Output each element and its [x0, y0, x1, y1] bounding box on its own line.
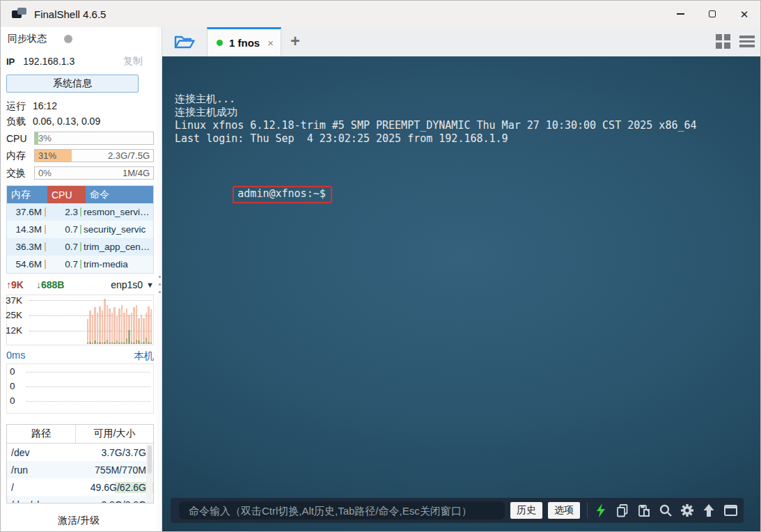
process-table: 内存 CPU 命令 37.6M2.3resmon_servi…14.3M0.7s… — [6, 185, 154, 274]
process-col-command[interactable]: 命令 — [86, 186, 153, 203]
memory-percent: 31% — [38, 150, 56, 161]
gear-icon — [680, 503, 694, 517]
ping-target[interactable]: 本机 — [134, 350, 154, 363]
sync-status-label: 同步状态 — [8, 33, 47, 45]
settings-button[interactable] — [680, 503, 695, 518]
process-col-cpu[interactable]: CPU — [47, 186, 86, 203]
network-bar — [99, 306, 101, 344]
cpu-percent: 3% — [38, 133, 52, 143]
network-bar — [109, 308, 111, 344]
disk-row[interactable]: /dev3.7G/3.7G — [7, 444, 153, 461]
process-row[interactable]: 37.6M2.3resmon_servi… — [7, 203, 153, 221]
tab-fnos[interactable]: 1 fnos × — [207, 27, 281, 56]
finalshell-logo-icon — [12, 8, 27, 20]
network-bar — [136, 305, 138, 344]
close-button[interactable]: ✕ — [728, 1, 760, 27]
uptime-value: 16:12 — [33, 100, 57, 111]
load-value: 0.06, 0.13, 0.09 — [33, 116, 100, 127]
network-bar — [138, 318, 140, 344]
network-bar — [116, 316, 118, 344]
network-bar — [150, 309, 152, 344]
maximize-button[interactable] — [696, 1, 728, 27]
upload-button[interactable] — [701, 503, 716, 518]
network-bar — [123, 313, 125, 344]
activate-upgrade-link[interactable]: 激活/升级 — [1, 515, 157, 527]
terminal[interactable]: 连接主机...连接主机成功Linux xfnos 6.12.18-trim #5… — [162, 56, 761, 532]
net-ytick-37k: 37K — [6, 295, 28, 306]
network-bar — [113, 307, 116, 344]
network-bar — [146, 313, 148, 344]
ip-value: 192.168.1.3 — [23, 56, 74, 67]
interface-select[interactable]: enp1s0 ▼ — [111, 279, 154, 290]
disk-row[interactable]: /49.6G/62.6G — [7, 478, 153, 496]
window-icon — [723, 504, 738, 517]
search-icon — [659, 503, 673, 517]
terminal-line: Linux xfnos 6.12.18-trim #5 SMP PREEMPT_… — [175, 119, 697, 132]
net-ytick-25k: 25K — [6, 310, 28, 320]
upload-rate: ↑9K — [6, 279, 24, 290]
network-bar — [92, 315, 94, 344]
network-bar — [102, 311, 104, 344]
ping-latency: 0ms — [6, 350, 25, 363]
connection-manager-button[interactable] — [172, 31, 197, 52]
swap-percent: 0% — [38, 168, 52, 178]
memory-label: 内存 — [6, 150, 34, 162]
window-title: FinalShell 4.6.5 — [34, 8, 106, 20]
main-area: 1 fnos × + 连接主机...连接主机成功Linux xfnos 6.12… — [162, 27, 761, 532]
process-row[interactable]: 14.3M0.7security_servic — [7, 221, 153, 238]
sidebar: 同步状态 IP 192.168.1.3 复制 系统信息 运行 16:12 负载 … — [1, 27, 157, 532]
ping-ytick-3: 0 — [10, 396, 15, 406]
ping-ytick-1: 0 — [10, 366, 15, 377]
disk-col-path[interactable]: 路径 — [7, 425, 76, 443]
network-bar — [107, 305, 109, 344]
network-bar — [143, 318, 145, 344]
system-info-button[interactable]: 系统信息 — [6, 75, 139, 93]
menu-icon[interactable] — [739, 34, 755, 49]
tab-close-icon[interactable]: × — [267, 37, 274, 49]
copy-icon — [615, 503, 630, 518]
disk-row[interactable]: /dev/shm3.8G/3.8G — [7, 496, 153, 503]
disk-row[interactable]: /run755M/770M — [7, 461, 153, 478]
process-col-memory[interactable]: 内存 — [7, 186, 47, 203]
ping-ytick-2: 0 — [10, 381, 15, 391]
network-bar — [89, 311, 91, 344]
command-input[interactable] — [179, 501, 505, 519]
sync-status-dot — [64, 35, 72, 43]
paste-button[interactable] — [636, 503, 652, 518]
load-label: 负载 — [6, 116, 26, 127]
network-bar — [148, 306, 150, 344]
disk-col-usage[interactable]: 可用/大小 — [76, 428, 153, 440]
network-bar — [111, 313, 113, 344]
network-chart: 37K 25K 12K — [6, 295, 154, 345]
minimize-button[interactable] — [664, 1, 696, 27]
new-tab-button[interactable]: + — [286, 32, 304, 50]
chevron-down-icon: ▼ — [146, 281, 154, 289]
swap-usage: 1M/4G — [123, 168, 150, 178]
fullscreen-button[interactable] — [723, 503, 738, 518]
network-bar — [128, 315, 130, 344]
quick-command-button[interactable] — [593, 503, 609, 518]
cpu-meter: 3% — [34, 132, 154, 145]
terminal-line: 连接主机... — [175, 93, 697, 106]
network-bar — [97, 313, 99, 344]
tab-label: 1 fnos — [229, 37, 260, 49]
options-button[interactable]: 选项 — [548, 502, 580, 519]
copy-ip-link[interactable]: 复制 — [123, 55, 143, 68]
process-row[interactable]: 54.6M0.7trim-media — [7, 256, 153, 273]
process-row[interactable]: 36.3M0.7trim_app_cen… — [7, 238, 153, 256]
network-bar — [121, 305, 123, 344]
command-bar: 历史 选项 — [171, 498, 744, 523]
disk-scrollbar[interactable] — [146, 444, 152, 503]
swap-meter: 0% 1M/4G — [34, 166, 154, 180]
copy-button[interactable] — [615, 503, 630, 518]
network-bar — [131, 313, 133, 344]
network-bar — [104, 299, 106, 344]
terminal-line: Last login: Thu Sep 4 23:02:25 2025 from… — [175, 132, 697, 146]
ip-label: IP — [6, 56, 15, 67]
history-button[interactable]: 历史 — [510, 502, 542, 519]
search-button[interactable] — [658, 503, 673, 518]
swap-label: 交换 — [6, 167, 34, 180]
terminal-prompt[interactable]: admin@xfnos:~$ — [233, 186, 331, 203]
upload-arrow-icon — [702, 503, 716, 517]
layout-grid-icon[interactable] — [716, 34, 731, 49]
